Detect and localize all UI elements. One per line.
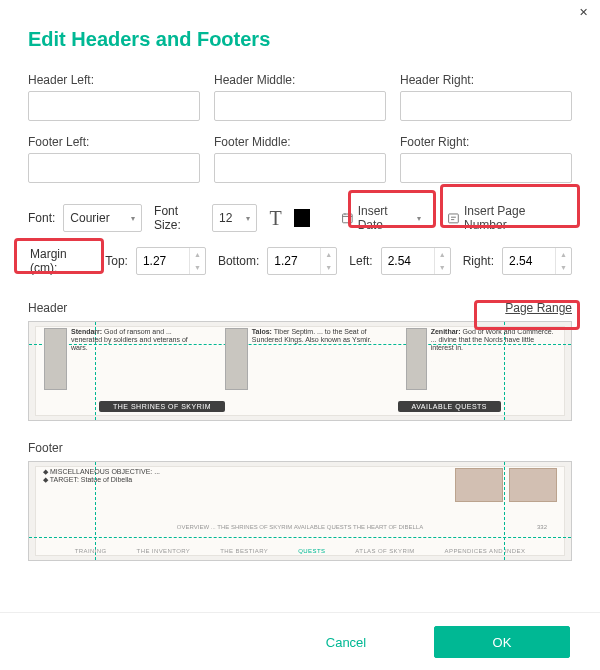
footer-middle-label: Footer Middle: bbox=[214, 135, 386, 149]
footer-left-label: Footer Left: bbox=[28, 135, 200, 149]
chevron-down-icon: ▾ bbox=[129, 214, 135, 223]
insert-page-number-label: Insert Page Number bbox=[464, 204, 563, 232]
header-left-label: Header Left: bbox=[28, 73, 200, 87]
margin-label: Margin (cm): bbox=[26, 247, 82, 275]
font-size-label: Font Size: bbox=[150, 204, 204, 232]
margin-left-input[interactable]: ▲▼ bbox=[381, 247, 451, 275]
font-select[interactable]: Courier ▾ bbox=[63, 204, 142, 232]
footer-preview: ◆ MISCELLANEOUS OBJECTIVE: ... ◆ TARGET:… bbox=[28, 461, 572, 561]
header-section-label: Header bbox=[28, 301, 67, 315]
font-value: Courier bbox=[70, 211, 109, 225]
margin-bottom-input[interactable]: ▲▼ bbox=[267, 247, 337, 275]
insert-date-button[interactable]: Insert Date▾ bbox=[332, 203, 430, 233]
font-size-select[interactable]: 12 ▾ bbox=[212, 204, 257, 232]
insert-date-label: Insert Date bbox=[358, 204, 411, 232]
svg-rect-1 bbox=[449, 214, 459, 223]
ok-button[interactable]: OK bbox=[434, 626, 570, 658]
header-right-label: Header Right: bbox=[400, 73, 572, 87]
footer-section-label: Footer bbox=[28, 441, 63, 455]
text-format-icon[interactable]: T bbox=[265, 207, 285, 229]
margin-bottom-label: Bottom: bbox=[214, 254, 259, 268]
font-size-value: 12 bbox=[219, 211, 232, 225]
header-left-input[interactable] bbox=[28, 91, 200, 121]
page-number-icon bbox=[447, 211, 460, 225]
header-preview: Stendarr: God of ransom and ... venerate… bbox=[28, 321, 572, 421]
footer-right-input[interactable] bbox=[400, 153, 572, 183]
close-icon[interactable]: ✕ bbox=[579, 6, 588, 19]
footer-middle-input[interactable] bbox=[214, 153, 386, 183]
margin-top-label: Top: bbox=[101, 254, 128, 268]
footer-left-input[interactable] bbox=[28, 153, 200, 183]
font-color-swatch[interactable] bbox=[294, 209, 311, 227]
dialog-title: Edit Headers and Footers bbox=[28, 28, 572, 51]
header-right-input[interactable] bbox=[400, 91, 572, 121]
margin-right-label: Right: bbox=[459, 254, 494, 268]
cancel-button[interactable]: Cancel bbox=[278, 626, 414, 658]
insert-page-number-button[interactable]: Insert Page Number bbox=[438, 203, 572, 233]
chevron-down-icon: ▾ bbox=[244, 214, 250, 223]
font-label: Font: bbox=[24, 211, 55, 225]
margin-left-label: Left: bbox=[345, 254, 372, 268]
svg-rect-0 bbox=[343, 214, 353, 223]
header-middle-input[interactable] bbox=[214, 91, 386, 121]
dialog: Edit Headers and Footers Header Left: He… bbox=[0, 0, 600, 561]
calendar-icon bbox=[341, 211, 354, 225]
page-range-link[interactable]: Page Range bbox=[505, 301, 572, 315]
header-middle-label: Header Middle: bbox=[214, 73, 386, 87]
footer-right-label: Footer Right: bbox=[400, 135, 572, 149]
margin-right-input[interactable]: ▲▼ bbox=[502, 247, 572, 275]
margin-top-input[interactable]: ▲▼ bbox=[136, 247, 206, 275]
